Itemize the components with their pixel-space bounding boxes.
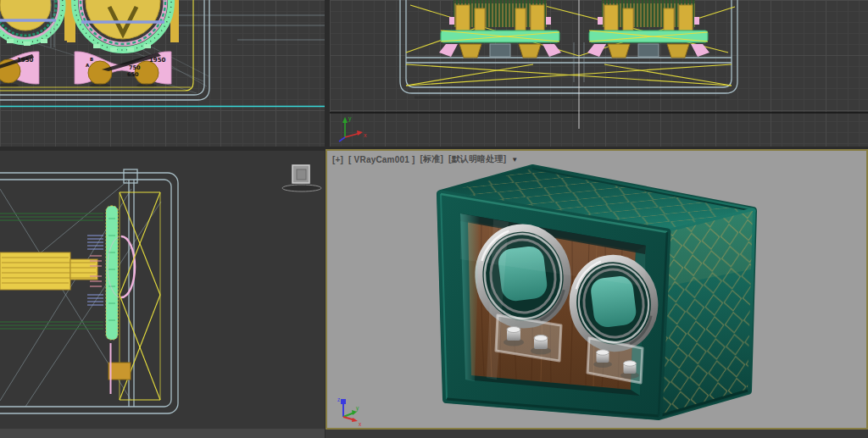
- svg-text:y: y: [348, 115, 352, 122]
- svg-text:z: z: [337, 396, 340, 402]
- svg-text:B: B: [90, 57, 93, 62]
- construction-diagonals: [0, 181, 161, 407]
- pink-rotor-plate-left: 1950: [0, 52, 39, 88]
- winder-mechanism-top-left: [0, 0, 72, 46]
- viewport-axis-tripod: x y: [339, 115, 367, 141]
- svg-text:1950: 1950: [17, 57, 34, 64]
- max-viewport-layout: 1950 1950 750 650 A B: [0, 0, 868, 438]
- svg-text:x: x: [359, 421, 362, 427]
- winder-mechanism-top-right: [67, 0, 179, 52]
- motor-foot-block: [108, 363, 131, 380]
- svg-text:650: 650: [127, 71, 139, 78]
- side-view-wireframe: [0, 151, 325, 429]
- svg-text:750: 750: [129, 64, 141, 71]
- top-view-wireframe: 1950 1950 750 650 A B: [0, 0, 325, 147]
- scene-helper-cube: [282, 165, 321, 191]
- yellow-motor-block: [0, 252, 97, 290]
- pink-rotor-plate-right: 1950 750 650 A B: [75, 52, 171, 88]
- viewport-standard-menu[interactable]: [标准]: [420, 153, 443, 165]
- viewport-front-view[interactable]: x y: [330, 0, 868, 147]
- watch-winder-render: z y x: [327, 151, 866, 428]
- svg-text:A: A: [86, 63, 90, 68]
- viewport-label-dropdown-icon[interactable]: ▼: [511, 156, 518, 164]
- viewport-general-menu[interactable]: [+]: [332, 155, 343, 164]
- svg-text:x: x: [364, 132, 367, 138]
- winder-mechanism-front-right: [587, 0, 709, 58]
- svg-text:y: y: [356, 405, 359, 412]
- bottom-strip-right: [326, 430, 868, 438]
- svg-text:1950: 1950: [149, 57, 166, 64]
- mint-door-bar: [106, 206, 135, 340]
- viewport-pov-menu[interactable]: [ VRayCam001 ]: [348, 155, 415, 164]
- viewport-side-view[interactable]: [0, 151, 325, 429]
- box-right-face: [659, 211, 753, 416]
- winder-mechanism-front-left: [439, 0, 561, 58]
- front-view-wireframe: x y: [330, 0, 868, 147]
- world-axis-gizmo: z y x: [337, 396, 362, 427]
- viewport-shading-menu[interactable]: [默认明暗处理]: [448, 153, 506, 165]
- bottom-strip-left: [0, 429, 325, 438]
- viewport-top-view[interactable]: 1950 1950 750 650 A B: [0, 0, 325, 147]
- background-edge-lines: [174, 15, 325, 40]
- viewport-camera-active[interactable]: [+] [ VRayCam001 ] [标准] [默认明暗处理] ▼: [326, 149, 868, 430]
- viewport-label: [+] [ VRayCam001 ] [标准] [默认明暗处理] ▼: [332, 153, 518, 165]
